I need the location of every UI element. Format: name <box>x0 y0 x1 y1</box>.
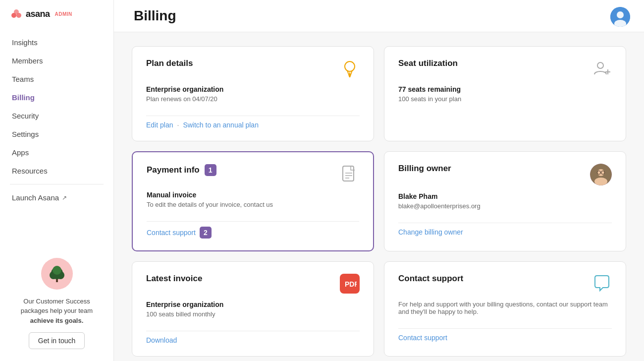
customer-success-avatar <box>41 258 73 290</box>
invoice-seats: 100 seats billed monthly <box>146 310 360 318</box>
billing-owner-divider <box>398 223 612 223</box>
sidebar-nav: Insights Members Teams Billing Security … <box>0 28 113 248</box>
sidebar-logo: asana ADMIN <box>0 0 113 28</box>
sidebar-item-resources[interactable]: Resources <box>0 162 113 180</box>
payment-info-body: Manual invoice To edit the details of yo… <box>147 191 359 208</box>
billing-owner-body: Blake Pham blake@apolloenterprises.org <box>398 192 612 210</box>
customer-success-illustration <box>45 261 69 286</box>
owner-email: blake@apolloenterprises.org <box>398 202 612 210</box>
sidebar-item-apps[interactable]: Apps <box>0 143 113 162</box>
svg-point-10 <box>617 11 624 18</box>
sidebar-item-label-billing: Billing <box>12 93 35 102</box>
seats-remaining: 77 seats remaining <box>398 85 612 93</box>
chat-bubble-icon <box>592 274 612 294</box>
contact-support-body: For help and support with your billing q… <box>398 301 612 315</box>
plan-details-title: Plan details <box>146 59 193 68</box>
sidebar-launch-asana[interactable]: Launch Asana ↗ <box>0 188 113 207</box>
header-bar: Billing <box>114 0 644 32</box>
person-plus-icon <box>593 60 611 77</box>
sidebar-item-billing[interactable]: Billing <box>0 88 113 107</box>
payment-badge-1: 1 <box>205 164 216 176</box>
user-avatar[interactable] <box>610 7 630 27</box>
sidebar-item-label-security: Security <box>12 112 39 120</box>
contact-support-divider <box>398 328 612 329</box>
sidebar-item-insights[interactable]: Insights <box>0 33 113 52</box>
latest-invoice-title: Latest invoice <box>146 274 202 284</box>
plan-details-header: Plan details <box>146 59 360 78</box>
asana-logo-icon <box>10 9 23 19</box>
sidebar-item-label-resources: Resources <box>12 167 48 175</box>
sidebar-bottom: Our Customer Success packages help your … <box>0 248 113 361</box>
owner-name: Blake Pham <box>398 192 612 200</box>
seat-utilization-icon <box>592 59 612 78</box>
sidebar-item-members[interactable]: Members <box>0 52 113 70</box>
sidebar: asana ADMIN Insights Members Teams Billi… <box>0 0 114 361</box>
customer-success-text: Our Customer Success packages help your … <box>21 297 93 326</box>
seat-utilization-body: 77 seats remaining 100 seats in your pla… <box>398 85 612 103</box>
plan-details-renew: Plan renews on 04/07/20 <box>146 95 360 103</box>
chat-icon-svg <box>593 275 611 293</box>
svg-point-14 <box>597 62 603 68</box>
sidebar-item-security[interactable]: Security <box>0 107 113 125</box>
billing-owner-header: Billing owner <box>398 164 612 185</box>
payment-info-title: Payment info <box>147 165 200 175</box>
latest-invoice-divider <box>146 331 360 331</box>
contact-support-link[interactable]: Contact support <box>398 334 612 342</box>
contact-support-description: For help and support with your billing q… <box>398 301 612 315</box>
payment-info-header: Payment info 1 <box>147 164 359 184</box>
seat-utilization-header: Seat utilization <box>398 59 612 78</box>
sidebar-item-label-members: Members <box>12 57 43 65</box>
contact-support-title: Contact support <box>398 274 463 284</box>
document-icon <box>341 165 358 183</box>
invoice-edit-note: To edit the details of your invoice, con… <box>147 201 359 208</box>
manual-invoice-label: Manual invoice <box>147 191 359 199</box>
payment-info-card: Payment info 1 <box>132 151 374 251</box>
external-link-icon: ↗ <box>62 194 67 201</box>
payment-info-icon <box>339 164 359 184</box>
latest-invoice-body: Enterprise organization 100 seats billed… <box>146 301 360 318</box>
admin-badge: ADMIN <box>55 11 72 17</box>
download-invoice-link[interactable]: Download <box>146 336 360 344</box>
payment-info-divider <box>147 221 359 222</box>
contact-support-header: Contact support <box>398 274 612 294</box>
plan-details-icon <box>340 59 360 78</box>
contact-support-link-payment[interactable]: Contact support <box>147 229 196 237</box>
pdf-icon: PDF <box>340 274 360 294</box>
change-billing-owner-link[interactable]: Change billing owner <box>398 228 612 236</box>
svg-point-2 <box>14 9 19 14</box>
svg-point-8 <box>53 266 61 275</box>
sidebar-item-settings[interactable]: Settings <box>0 125 113 143</box>
sidebar-item-label-insights: Insights <box>12 38 38 47</box>
billing-owner-avatar-icon <box>590 164 612 185</box>
edit-plan-link[interactable]: Edit plan <box>146 121 173 129</box>
award-icon <box>341 60 359 77</box>
get-in-touch-button[interactable]: Get in touch <box>29 332 85 349</box>
sidebar-item-label-apps: Apps <box>12 148 29 157</box>
sidebar-item-teams[interactable]: Teams <box>0 70 113 88</box>
launch-asana-label: Launch Asana <box>12 193 59 202</box>
plan-details-card: Plan details Enterprise organization Pla… <box>132 46 374 141</box>
invoice-org: Enterprise organization <box>146 301 360 308</box>
link-separator: · <box>177 121 179 129</box>
svg-text:PDF: PDF <box>345 280 357 288</box>
latest-invoice-card: Latest invoice PDF Enterprise organizati… <box>132 261 374 357</box>
pdf-file-icon: PDF <box>343 277 357 291</box>
seat-utilization-title: Seat utilization <box>398 59 458 68</box>
plan-details-title-section: Plan details <box>146 59 193 68</box>
sidebar-divider <box>10 184 104 184</box>
latest-invoice-header: Latest invoice PDF <box>146 274 360 294</box>
sidebar-item-label-teams: Teams <box>12 75 34 83</box>
contact-support-card: Contact support For help and support wit… <box>384 261 626 357</box>
payment-info-title-section: Payment info 1 <box>147 164 216 176</box>
switch-annual-plan-link[interactable]: Switch to an annual plan <box>183 121 259 129</box>
svg-point-12 <box>345 61 355 71</box>
seats-in-plan: 100 seats in your plan <box>398 95 612 103</box>
asana-dots-icon <box>10 9 23 19</box>
plan-details-org: Enterprise organization <box>146 85 360 93</box>
user-avatar-icon <box>610 7 630 27</box>
plan-details-body: Enterprise organization Plan renews on 0… <box>146 85 360 103</box>
billing-owner-avatar <box>590 164 612 185</box>
payment-badge-2: 2 <box>200 227 212 239</box>
plan-details-links: Edit plan · Switch to an annual plan <box>146 121 360 129</box>
billing-cards-grid: Plan details Enterprise organization Pla… <box>132 46 626 357</box>
